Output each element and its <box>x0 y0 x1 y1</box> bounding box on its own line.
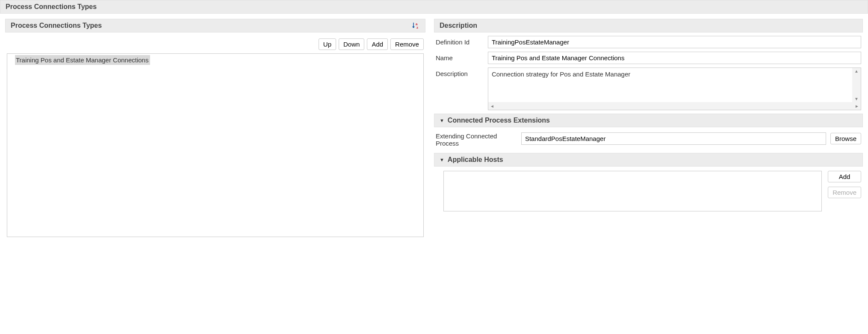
right-pane: Description Definition Id Name Descripti… <box>434 19 863 237</box>
page-title: Process Connections Types <box>0 0 868 14</box>
list-button-row: Up Down Add Remove <box>7 38 424 50</box>
up-button[interactable]: Up <box>319 38 336 50</box>
definition-id-label: Definition Id <box>436 36 483 46</box>
name-label: Name <box>436 52 483 62</box>
description-label: Description <box>436 67 483 77</box>
hosts-add-button[interactable]: Add <box>828 171 861 182</box>
hosts-listbox[interactable] <box>443 171 822 211</box>
hosts-remove-button[interactable]: Remove <box>828 187 861 198</box>
chevron-down-icon: ▼ <box>440 118 444 123</box>
extending-process-label: Extending Connected Process <box>436 130 517 147</box>
left-pane: Process Connections Types a z Up Down Ad… <box>5 19 425 237</box>
svg-text:z: z <box>416 26 418 29</box>
left-section-title: Process Connections Types <box>11 22 102 29</box>
horizontal-scrollbar[interactable]: ◄ ► <box>488 102 861 110</box>
list-item[interactable]: Training Pos and Estate Manager Connecti… <box>15 55 150 65</box>
left-section-header: Process Connections Types a z <box>5 19 425 32</box>
definition-id-field[interactable] <box>488 36 861 48</box>
chevron-down-icon: ▼ <box>440 157 444 162</box>
description-field[interactable]: Connection strategy for Pos and Estate M… <box>488 67 861 110</box>
hosts-title: Applicable Hosts <box>448 156 503 164</box>
description-text[interactable]: Connection strategy for Pos and Estate M… <box>488 68 852 102</box>
scroll-up-icon[interactable]: ▲ <box>853 68 860 74</box>
description-header: Description <box>434 19 863 32</box>
remove-button[interactable]: Remove <box>390 38 424 50</box>
sort-az-icon[interactable]: a z <box>412 22 420 29</box>
down-button[interactable]: Down <box>339 38 364 50</box>
description-title: Description <box>440 22 477 29</box>
extensions-header[interactable]: ▼ Connected Process Extensions <box>434 114 863 127</box>
scroll-left-icon[interactable]: ◄ <box>488 103 496 109</box>
extensions-title: Connected Process Extensions <box>448 117 550 124</box>
add-button[interactable]: Add <box>367 38 388 50</box>
extending-process-field[interactable] <box>521 132 826 145</box>
name-field[interactable] <box>488 52 861 64</box>
vertical-scrollbar[interactable]: ▲ ▼ <box>852 68 861 102</box>
scroll-down-icon[interactable]: ▼ <box>853 96 860 102</box>
types-listbox[interactable]: Training Pos and Estate Manager Connecti… <box>7 53 424 237</box>
browse-button[interactable]: Browse <box>830 133 861 144</box>
hosts-header[interactable]: ▼ Applicable Hosts <box>434 153 863 167</box>
scroll-right-icon[interactable]: ► <box>853 103 861 109</box>
